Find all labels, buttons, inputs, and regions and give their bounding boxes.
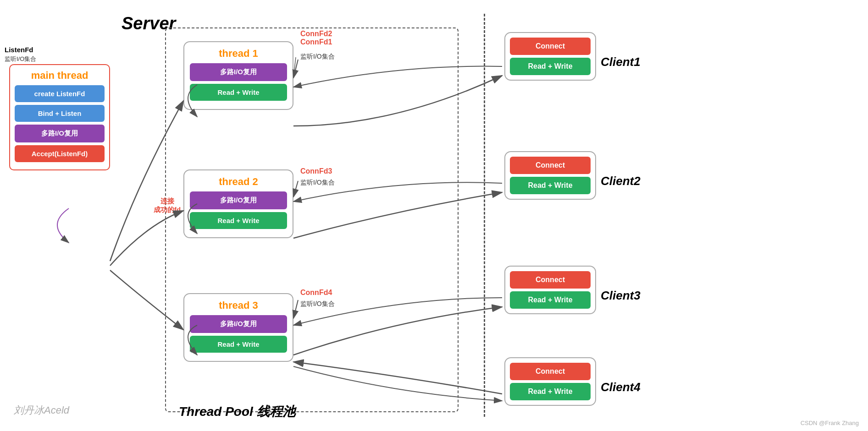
connfd4-label: ConnFd4	[300, 289, 332, 297]
thread1-io-box: 多路I/O复用	[190, 63, 287, 81]
listenfd-sublabel: 监听I/O集合	[5, 55, 36, 63]
client4-label: Client4	[601, 380, 641, 394]
client3-label: Client3	[601, 289, 641, 303]
thread1-box: thread 1 多路I/O复用 Read + Write	[183, 41, 293, 110]
client1-label: Client1	[601, 55, 641, 69]
connfd3-label: ConnFd3	[300, 167, 332, 175]
main-thread-title: main thread	[15, 70, 105, 82]
thread2-rw-box: Read + Write	[190, 212, 287, 229]
client2-container: Connect Read + Write	[504, 151, 596, 200]
thread3-title: thread 3	[190, 300, 287, 311]
thread3-box: thread 3 多路I/O复用 Read + Write	[183, 293, 293, 362]
connfd1-label: ConnFd2ConnFd1	[300, 30, 332, 46]
thread1-title: thread 1	[190, 48, 287, 60]
thread2-io-box: 多路I/O复用	[190, 191, 287, 209]
accept-box: Accept(ListenFd)	[15, 145, 105, 162]
client3-connect: Connect	[510, 271, 591, 289]
csdn-label: CSDN @Frank Zhang	[801, 420, 859, 426]
thread3-rw-box: Read + Write	[190, 336, 287, 353]
watermark: 刘丹冰Aceld	[14, 404, 69, 417]
client4-container: Connect Read + Write	[504, 357, 596, 406]
thread1-rw-box: Read + Write	[190, 84, 287, 101]
client2-rw: Read + Write	[510, 177, 591, 194]
client2-label: Client2	[601, 174, 641, 188]
listenfd-label: ListenFd	[5, 46, 33, 54]
thread2-box: thread 2 多路I/O复用 Read + Write	[183, 169, 293, 238]
connect-fd-label: 连接成功的fd	[154, 197, 181, 214]
thread2-title: thread 2	[190, 176, 287, 188]
client1-container: Connect Read + Write	[504, 32, 596, 81]
main-io-multiplex-box: 多路I/O复用	[15, 125, 105, 142]
thread-pool-label: Thread Pool 线程池	[179, 403, 295, 420]
client4-rw: Read + Write	[510, 383, 591, 400]
client3-rw: Read + Write	[510, 291, 591, 309]
connfd3-sublabel: 监听I/O集合	[300, 179, 335, 187]
diagram: ListenFd 监听I/O集合 Server main thread crea…	[0, 0, 868, 431]
create-listenfd-box: create ListenFd	[15, 85, 105, 102]
client1-rw: Read + Write	[510, 58, 591, 75]
client3-container: Connect Read + Write	[504, 266, 596, 314]
vertical-divider	[484, 14, 485, 417]
thread3-io-box: 多路I/O复用	[190, 315, 287, 333]
connfd4-sublabel: 监听I/O集合	[300, 300, 335, 308]
client2-connect: Connect	[510, 157, 591, 174]
client4-connect: Connect	[510, 363, 591, 380]
connfd1-sublabel: 监听I/O集合	[300, 53, 335, 61]
client1-connect: Connect	[510, 38, 591, 55]
main-thread-container: main thread create ListenFd Bind + Liste…	[9, 64, 110, 170]
bind-listen-box: Bind + Listen	[15, 105, 105, 122]
